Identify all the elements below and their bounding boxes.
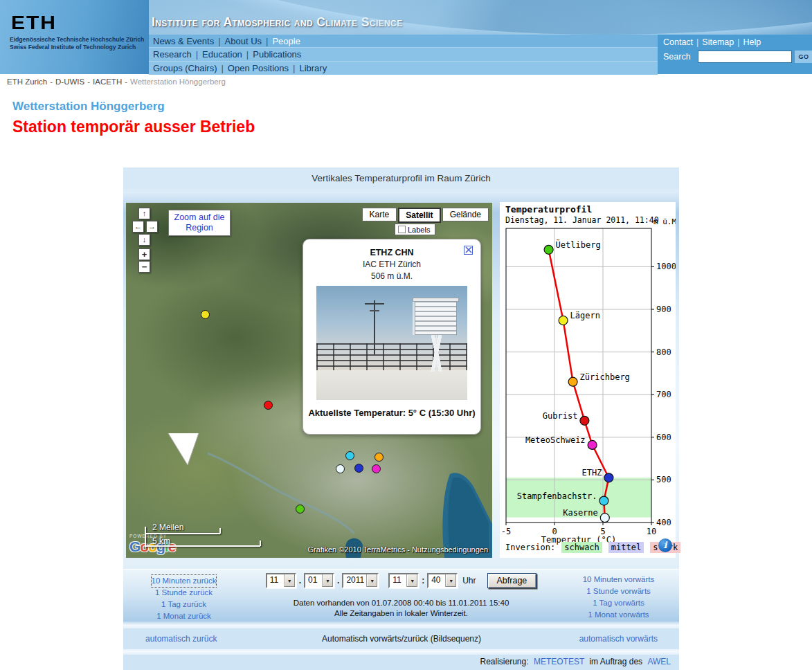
svg-text:700: 700: [656, 390, 671, 399]
map-marker-stampfenbachstr[interactable]: [345, 451, 354, 460]
chevron-down-icon: ▼: [445, 574, 456, 587]
credit-prefix: Realisierung:: [480, 657, 529, 666]
hour-select[interactable]: 11▼: [388, 573, 419, 588]
svg-text:600: 600: [656, 433, 671, 442]
eth-logo[interactable]: ETH Eidgenössische Technische Hochschule…: [0, 0, 149, 74]
earth-banner-image: Institute for Atmospheric and Climate Sc…: [149, 0, 812, 35]
map-type-satellit[interactable]: Satellit: [398, 208, 440, 223]
pan-up-icon[interactable]: ↑: [138, 208, 150, 219]
svg-text:10: 10: [647, 527, 656, 536]
time-link-1-tag-vorw-rts[interactable]: 1 Tag vorwärts: [558, 597, 679, 609]
map-type-switcher: KarteSatellitGelände: [361, 208, 489, 223]
map-marker-meteoschweiz[interactable]: [372, 464, 381, 473]
separator: [123, 649, 679, 655]
station-info-window: ETHZ CHN IAC ETH Zürich 506 m ü.M. Aktue…: [303, 239, 481, 435]
zoom-out-icon[interactable]: −: [138, 261, 150, 273]
time-link-1-monat-vorw-rts[interactable]: 1 Monat vorwärts: [558, 609, 679, 621]
search-row: Search GO: [658, 47, 812, 63]
svg-text:Üetliberg: Üetliberg: [556, 239, 601, 250]
menu-item-publications[interactable]: Publications: [253, 49, 301, 60]
breadcrumb-eth-zurich[interactable]: ETH Zurich: [7, 78, 47, 86]
zoom-region-button[interactable]: Zoom auf die Region: [168, 210, 231, 236]
auto-navigation: automatisch zurück Automatisch vorwärts/…: [123, 628, 679, 649]
menu-item-open-positions[interactable]: Open Positions: [228, 63, 289, 73]
breadcrumb: ETH Zurich-D-UWIS-IACETH-Wetterstation H…: [7, 78, 226, 86]
inversion-mittel: mittel: [608, 542, 644, 553]
time-link-10-minuten-vorw-rts[interactable]: 10 Minuten vorwärts: [558, 574, 679, 585]
institute-title: Institute for Atmospheric and Climate Sc…: [152, 15, 403, 30]
awel-link[interactable]: AWEL: [647, 657, 671, 666]
svg-text:1000: 1000: [656, 262, 676, 271]
forward-links: 10 Minuten vorwärts1 Stunde vorwärts1 Ta…: [558, 570, 679, 622]
breadcrumb-separator: -: [125, 78, 127, 86]
day-select[interactable]: 11▼: [266, 573, 296, 588]
menu-item-groups-chairs[interactable]: Groups (Chairs): [153, 63, 217, 73]
close-icon[interactable]: [464, 246, 473, 255]
auto-back-link[interactable]: automatisch zurück: [145, 634, 249, 644]
map-marker-l-gern[interactable]: [201, 310, 210, 319]
quick-link-help[interactable]: Help: [743, 37, 761, 47]
minute-select[interactable]: 40▼: [427, 573, 458, 588]
svg-text:-5: -5: [501, 527, 511, 536]
pan-down-icon[interactable]: ↓: [138, 234, 150, 246]
svg-text:Zürichberg: Zürichberg: [580, 372, 630, 382]
search-go-button[interactable]: GO: [795, 51, 812, 63]
search-input[interactable]: [698, 51, 792, 63]
map-scale: 2 Meilen 5 km: [143, 525, 274, 552]
map-marker-etliberg[interactable]: [296, 505, 305, 514]
year-select[interactable]: 2011▼: [342, 573, 379, 588]
station-operator: IAC ETH Zürich: [303, 260, 480, 269]
menu-item-people[interactable]: People: [272, 36, 300, 46]
chevron-down-icon: ▼: [322, 574, 333, 587]
map-canvas[interactable]: ↑ ← → ↓ + − Zoom auf die Region KarteSat…: [126, 203, 492, 558]
profile-plot: 4005006007008009001000-50510m ü.M.Üetlib…: [500, 202, 676, 557]
time-link-10-minuten-zur-ck[interactable]: 10 Minuten zurück: [152, 575, 217, 587]
svg-text:800: 800: [656, 347, 671, 357]
meteotest-link[interactable]: METEOTEST: [534, 657, 584, 666]
breadcrumb-iaceth[interactable]: IACETH: [93, 78, 122, 86]
map-marker-z-richberg[interactable]: [375, 453, 384, 462]
breadcrumb-separator: -: [50, 78, 53, 86]
back-links: 10 Minuten zurück1 Stunde zurück1 Tag zu…: [123, 570, 244, 622]
time-link-1-monat-zur-ck[interactable]: 1 Monat zurück: [123, 610, 244, 622]
menu-item-research[interactable]: Research: [153, 49, 192, 60]
svg-text:500: 500: [656, 475, 671, 484]
pan-left-icon[interactable]: ←: [132, 221, 144, 233]
svg-text:MeteoSchweiz: MeteoSchweiz: [525, 435, 586, 445]
timezone-note: Alle Zeitangaben in lokaler Winterzeit.: [244, 609, 558, 617]
scale-km-label: 5 km: [152, 536, 170, 546]
pan-right-icon[interactable]: →: [146, 221, 158, 233]
quick-link-sitemap[interactable]: Sitemap: [702, 37, 734, 47]
auto-forward-link[interactable]: automatisch vorwärts: [554, 634, 658, 644]
menu-item-library[interactable]: Library: [299, 63, 327, 73]
map-type-gel-nde[interactable]: Gelände: [442, 208, 489, 221]
status-heading: Station temporär ausser Betrieb: [12, 118, 255, 136]
labels-checkbox[interactable]: Labels: [395, 224, 435, 235]
station-name: ETHZ CHN: [303, 248, 480, 257]
site-header: ETH Eidgenössische Technische Hochschule…: [0, 0, 812, 74]
info-icon[interactable]: i: [658, 538, 672, 552]
menu-separator: |: [218, 36, 220, 46]
menu-item-news-events[interactable]: News & Events: [153, 36, 214, 46]
map-type-karte[interactable]: Karte: [362, 208, 397, 221]
map-marker-gubrist[interactable]: [264, 401, 273, 410]
photo-weather-hut: [415, 300, 457, 335]
time-link-1-stunde-zur-ck[interactable]: 1 Stunde zurück: [123, 587, 244, 599]
month-select[interactable]: 01▼: [304, 573, 334, 588]
map-marker-ethz[interactable]: [354, 464, 363, 473]
svg-text:Kaserne: Kaserne: [563, 508, 598, 518]
query-button[interactable]: Abfrage: [487, 573, 537, 588]
quick-link-contact[interactable]: Contact: [663, 37, 693, 47]
menu-item-about-us[interactable]: About Us: [225, 36, 262, 46]
time-link-1-tag-zur-ck[interactable]: 1 Tag zurück: [123, 599, 244, 610]
menu-separator: |: [221, 63, 223, 73]
eth-logo-subtitle: Eidgenössische Technische Hochschule Zür…: [10, 36, 144, 51]
zoom-in-icon[interactable]: +: [138, 248, 150, 260]
time-link-1-stunde-vorw-rts[interactable]: 1 Stunde vorwärts: [558, 585, 679, 597]
temperature-panel: Vertikales Temperaturprofil im Raum Züri…: [123, 167, 679, 670]
auto-sequence-label: Automatisch vorwärts/zurück (Bildsequenz…: [249, 634, 554, 644]
map-marker-kaserne[interactable]: [336, 464, 345, 473]
breadcrumb-d-uwis[interactable]: D-UWIS: [55, 78, 84, 86]
menu-item-education[interactable]: Education: [202, 49, 242, 60]
photo-tower-legs: [417, 334, 455, 371]
